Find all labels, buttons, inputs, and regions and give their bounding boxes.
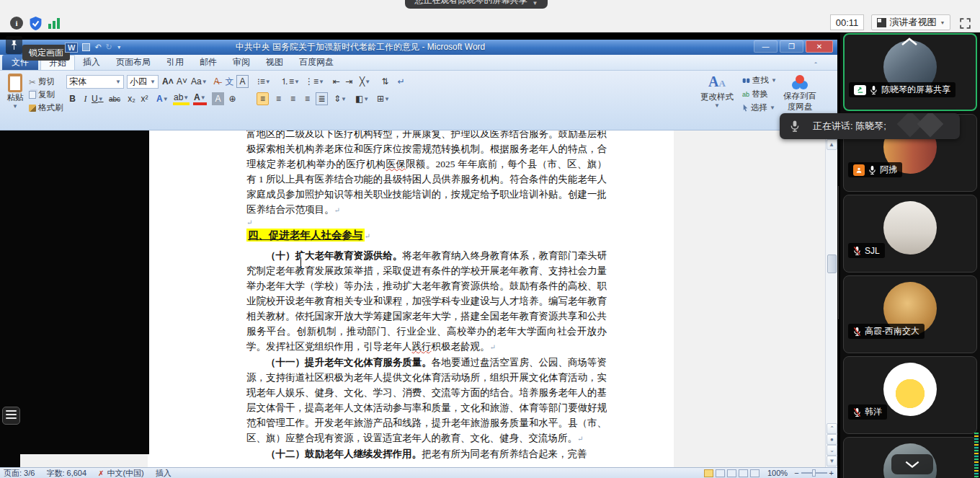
tab-mailings[interactable]: 邮件	[192, 55, 225, 70]
word-count[interactable]: 字数: 6,604	[46, 468, 86, 478]
change-case-button[interactable]: Aa▼	[190, 75, 208, 88]
quick-access-toolbar[interactable]: W ↶ ↻ ▼	[65, 43, 122, 53]
bullets-button[interactable]: ⁝≡▼	[257, 75, 272, 88]
character-border-button[interactable]: A	[236, 75, 249, 88]
zoom-out-button[interactable]: −	[794, 469, 798, 477]
clear-formatting-icon[interactable]: A̶	[210, 75, 223, 88]
scrollbar-thumb[interactable]	[827, 255, 837, 273]
paste-button[interactable]: 粘贴 ▼	[4, 74, 26, 114]
language-status[interactable]: ✗ 中文(中国)	[98, 468, 144, 478]
select-button[interactable]: 选择▼	[742, 102, 775, 113]
format-painter-label: 格式刷	[38, 102, 63, 113]
zoom-in-button[interactable]: +	[829, 469, 834, 477]
qat-dropdown-icon[interactable]: ▼	[117, 45, 122, 50]
pin-screen-button[interactable]	[6, 36, 22, 54]
cut-button[interactable]: ✂ 剪切	[29, 76, 55, 87]
collapse-sidebar-button[interactable]	[899, 36, 919, 50]
insert-mode[interactable]: 插入	[156, 468, 172, 478]
outline-view-button[interactable]	[739, 469, 748, 477]
save-icon[interactable]	[82, 43, 90, 51]
bar-icon	[6, 410, 17, 412]
italic-button[interactable]: I	[79, 92, 92, 105]
strikethrough-button[interactable]: abc	[108, 92, 121, 105]
vertical-scrollbar[interactable]: ▬ ▲ ⌃ ● ⌄ ▼	[825, 130, 837, 467]
decrease-indent-button[interactable]: ⇤	[330, 75, 342, 88]
tab-insert[interactable]: 插入	[75, 55, 108, 70]
enclose-characters-button[interactable]: ⊕	[226, 92, 239, 105]
tab-references[interactable]: 引用	[159, 55, 192, 70]
fullscreen-reading-view-button[interactable]	[716, 469, 725, 477]
multilevel-list-button[interactable]: ⋮≡▼	[304, 75, 325, 88]
participant-tile[interactable]: 韩洋	[843, 356, 977, 434]
format-painter-button[interactable]: 格式刷	[29, 102, 63, 113]
participant-tile[interactable]: 高霞-西南交大	[843, 275, 977, 353]
font-name-combo[interactable]: 宋体▼	[66, 75, 124, 89]
meeting-security-shield-icon[interactable]	[27, 15, 43, 31]
watching-share-banner[interactable]: 您正在观看陈晓琴的屏幕共享 ▼	[405, 0, 548, 9]
select-browse-object-button[interactable]: ●	[827, 434, 837, 445]
highlight-button[interactable]: ab▼	[173, 92, 190, 105]
align-right-button[interactable]: ≡	[287, 92, 299, 105]
borders-button[interactable]: ⊞▼	[376, 92, 391, 105]
replace-button[interactable]: ab 替换	[742, 89, 768, 99]
phonetic-guide-button[interactable]: 文	[223, 75, 236, 88]
page-indicator[interactable]: 页面: 3/6	[4, 468, 35, 478]
underline-button[interactable]: U▼	[91, 92, 104, 105]
fullscreen-button[interactable]	[957, 15, 973, 31]
tab-page-layout[interactable]: 页面布局	[108, 55, 159, 70]
font-size-combo[interactable]: 小四▼	[127, 75, 159, 89]
view-mode-button[interactable]: 演讲者视图 ▼	[871, 14, 950, 30]
tab-view[interactable]: 视图	[258, 55, 291, 70]
shading-button[interactable]: ◧▼	[355, 92, 370, 105]
sidebar-divider[interactable]	[838, 186, 839, 319]
text-cursor	[300, 257, 301, 269]
next-page-button[interactable]: ⌄	[827, 445, 837, 456]
shrink-font-button[interactable]: A˅	[176, 75, 188, 88]
font-color-button[interactable]: A▼	[193, 92, 207, 105]
panel-toggle-button[interactable]	[2, 407, 20, 425]
superscript-button[interactable]: x²	[138, 92, 151, 105]
scroll-participants-down-button[interactable]	[891, 454, 933, 474]
bold-button[interactable]: B	[66, 92, 79, 105]
redo-icon[interactable]: ↻	[106, 43, 112, 52]
zoom-slider[interactable]	[801, 472, 827, 474]
web-layout-view-button[interactable]	[727, 469, 736, 477]
character-shading-button[interactable]: A	[212, 92, 224, 105]
subscript-button[interactable]: x₂	[125, 92, 138, 105]
close-button[interactable]: ✕	[806, 40, 833, 53]
meeting-info-icon[interactable]: i	[9, 15, 24, 31]
scroll-up-arrow[interactable]: ▲	[827, 139, 837, 150]
participant-name: SJL	[865, 246, 880, 256]
participant-tile[interactable]: SJL	[843, 195, 977, 273]
minimize-ribbon-icon[interactable]: ˆ	[814, 61, 817, 70]
undo-icon[interactable]: ↶	[94, 43, 101, 52]
document-text[interactable]: 富地区的二级及以下医疗机构转型，开展康复、护理以及医养结合服务。鼓励基层积极探索…	[246, 130, 607, 467]
grow-font-button[interactable]: A˄	[161, 75, 174, 88]
increase-indent-button[interactable]: ⇥	[343, 75, 355, 88]
minimize-button[interactable]: —	[754, 40, 778, 53]
justify-button[interactable]: ≡	[301, 92, 313, 105]
show-marks-button[interactable]: ↵	[395, 75, 407, 88]
align-left-button[interactable]: ≡	[257, 92, 269, 105]
distribute-button[interactable]: ≣	[316, 92, 328, 105]
numbering-button[interactable]: ⒈≡▼	[280, 75, 300, 88]
scroll-down-arrow[interactable]: ▼	[827, 456, 837, 466]
previous-page-button[interactable]: ⌃	[827, 423, 837, 434]
sort-button[interactable]: ⇅	[379, 75, 391, 88]
asian-layout-button[interactable]: ╳▼	[359, 75, 371, 88]
tab-baidu-netdisk[interactable]: 百度网盘	[291, 55, 342, 70]
print-layout-view-button[interactable]	[704, 469, 713, 477]
save-to-baidu-button[interactable]: 保存到百 度网盘	[781, 74, 819, 112]
network-signal-icon[interactable]	[46, 15, 62, 31]
copy-button[interactable]: 复制	[29, 89, 55, 100]
tab-review[interactable]: 审阅	[225, 55, 258, 70]
align-center-button[interactable]: ≡	[272, 92, 285, 105]
restore-button[interactable]: ❐	[780, 40, 803, 53]
zoom-slider-thumb[interactable]	[812, 469, 816, 477]
zoom-level[interactable]: 100%	[767, 469, 788, 477]
find-button[interactable]: 查找▼	[742, 75, 777, 86]
draft-view-button[interactable]	[750, 469, 760, 477]
change-styles-button[interactable]: AA 更改样式 ▼	[700, 74, 734, 109]
text-effects-button[interactable]: A▼	[156, 92, 169, 105]
line-spacing-button[interactable]: ⇕▼	[333, 92, 347, 105]
